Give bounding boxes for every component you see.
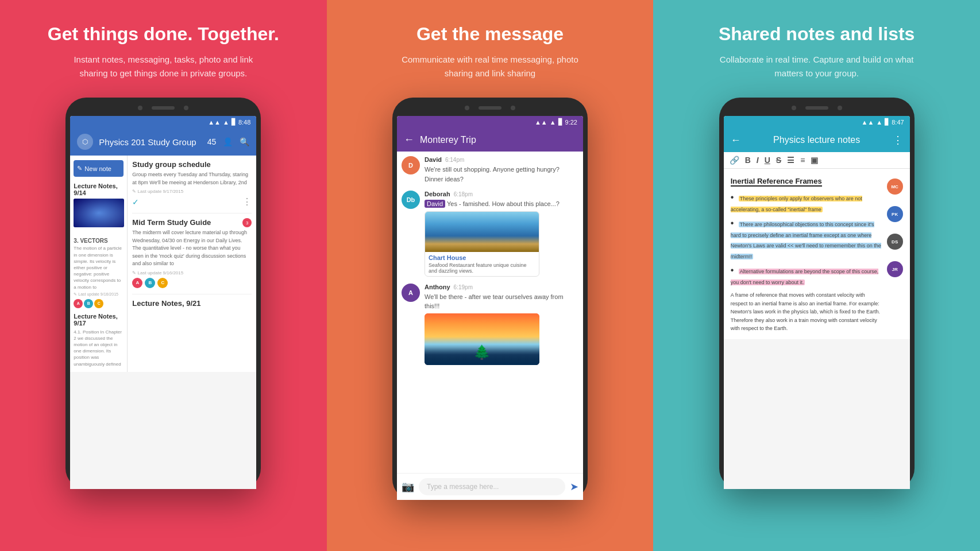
phone-camera-2b [511,106,515,110]
david-text: We're still out shopping. Anyone getting… [425,165,578,184]
pencil-icon-2: ✎ [132,189,136,194]
vectors-avatars: A B C [74,299,124,308]
study-schedule-meta: ✎ Last update 9/17/2015 [132,189,252,194]
note-plain-text: A frame of reference that moves with con… [731,291,882,332]
bullet-item-1: • These principles only apply for observ… [731,192,882,214]
search-icon[interactable]: 🔍 [240,137,249,146]
back-icon-3[interactable]: ← [731,134,741,146]
more-options-icon[interactable]: ⋮ [242,196,252,207]
battery-icon-2: ▊ [558,118,563,126]
message-input[interactable]: Type a message here... [419,478,565,495]
message-deborah: Db Deborah 6:18pm David Yes - famished. … [402,191,578,277]
camera-icon[interactable]: 📷 [402,480,414,493]
phone-camera-3b [838,106,842,110]
more-icon-3[interactable]: ⋮ [893,134,903,146]
anthony-text: We'll be there - after we tear ourselves… [425,292,578,311]
underline-btn[interactable]: U [765,156,770,165]
phone-2: ▲▲ ▲ ▊ 9:22 ← Monterey Trip D David 6: [392,98,588,500]
battery-icon-3: ▊ [885,118,889,126]
app2-title: Monterey Trip [420,135,576,145]
link-btn[interactable]: 🔗 [730,156,739,165]
link-card-text: Seafood Restaurant feature unique cuisin… [425,262,539,276]
battery-icon: ▊ [232,118,236,126]
vectors-title: 3. VECTORS [74,238,124,244]
card-divider-1 [132,213,252,214]
phone-camera-1 [138,106,142,110]
note-lecture-917[interactable]: Lecture Notes, 9/17 4.1. Position In Cha… [74,308,124,367]
send-icon[interactable]: ➤ [570,480,578,493]
phone-screen-1: ▲▲ ▲ ▊ 8:48 ⬡ Physics 201 Study Group 45… [70,116,256,489]
lecture917-text: 4.1. Position In Chapter 2 we discussed … [74,329,124,367]
phone-top-3 [724,106,910,116]
midterm-avatar-2: B [145,278,155,288]
david-content: David 6:14pm We're still out shopping. A… [425,156,578,184]
note-content[interactable]: Inertial Reference Frames • These princi… [731,176,882,332]
app1-title: Physics 201 Study Group [99,137,201,147]
app1-header-right: 45 👤 🔍 [207,137,250,146]
wifi-icon-2: ▲ [550,119,556,126]
avatar-1: A [74,299,83,308]
app2-messages: D David 6:14pm We're still out shopping.… [397,152,583,473]
wifi-icon: ▲ [223,119,229,126]
signal-icon-2: ▲▲ [535,119,547,126]
panel-2-subtitle: Communicate with real time messaging, ph… [392,53,588,80]
editor-toolbar: 🔗 B I U S ☰ ≡ ▣ [724,152,910,169]
anthony-content: Anthony 6:19pm We'll be there - after we… [425,284,578,365]
list-ol-btn[interactable]: ≡ [800,156,805,165]
midterm-card[interactable]: Mid Term Study Guide The midterm will co… [132,218,252,288]
back-icon-2[interactable]: ← [404,134,414,146]
editor-avatar-mc: MC [887,179,903,195]
note-thumb-image [74,199,124,227]
deborah-text-after: Yes - famished. How about this place...? [447,200,560,207]
lecture-921-card[interactable]: Lecture Notes, 9/21 [132,299,252,308]
image-btn[interactable]: ▣ [811,156,818,165]
note-lecture-914[interactable]: Lecture Notes, 9/14 [74,183,124,227]
vectors-text: The motion of a particle in one dimensio… [74,245,124,290]
wifi-icon-3: ▲ [876,119,882,126]
deborah-header: Deborah 6:18pm [425,191,560,197]
message-david: D David 6:14pm We're still out shopping.… [402,156,578,184]
anthony-name: Anthony [425,284,450,290]
panel-1: Get things done. Together. Instant notes… [0,0,327,551]
editor-avatar-ds: DS [887,234,903,250]
tree-silhouette: 🌲 [473,344,491,360]
link-card[interactable]: Chart House Seafood Restaurant feature u… [425,211,539,277]
strikethrough-btn[interactable]: S [776,156,781,165]
bold-btn[interactable]: B [745,156,751,165]
signal-icon: ▲▲ [208,119,221,126]
phone-1: ▲▲ ▲ ▊ 8:48 ⬡ Physics 201 Study Group 45… [65,98,261,489]
message-input-bar: 📷 Type a message here... ➤ [397,473,583,500]
midterm-text: The midterm will cover lecture material … [132,229,252,268]
deborah-name: Deborah [425,191,450,197]
phone-camera-3 [792,106,796,110]
deborah-time: 6:18pm [454,191,473,197]
mention-david: David [425,200,445,208]
people-icon: 👤 [223,137,233,146]
study-schedule-text: Group meets every Tuesday and Thursday, … [132,171,252,187]
italic-btn[interactable]: I [757,156,759,165]
group-icon: ⬡ [77,134,93,150]
bullet-dot-3: • [731,265,734,275]
anthony-time: 6:19pm [454,284,473,290]
status-time-2: 9:22 [565,119,577,126]
new-note-button[interactable]: ✎ New note [74,160,124,177]
editor-avatar-pk: PK [887,206,903,222]
list-ul-btn[interactable]: ☰ [787,156,794,165]
study-schedule-card[interactable]: Study group schedule Group meets every T… [132,160,252,207]
bullet-text-2: There are philosophical objections to th… [731,222,881,259]
bullet-text-3: Alternative formulations are beyond the … [731,269,879,285]
app2-header: ← Monterey Trip [397,128,583,152]
phone-top-1 [70,106,256,116]
note-thumb-title: Lecture Notes, 9/14 [74,183,124,196]
avatar-2: B [84,299,93,308]
status-time-1: 8:48 [238,119,250,126]
phone-speaker-2 [479,106,501,110]
phone-camera-2 [465,106,469,110]
avatar-deborah: Db [402,191,420,209]
new-note-label: New note [84,165,111,172]
app1-main: Study group schedule Group meets every T… [128,156,256,371]
status-bar-2: ▲▲ ▲ ▊ 9:22 [397,116,583,128]
note-vectors[interactable]: 3. VECTORS The motion of a particle in o… [74,233,124,308]
editor-avatars: MC PK DS JR [887,176,903,332]
phone-speaker-1 [152,106,175,110]
